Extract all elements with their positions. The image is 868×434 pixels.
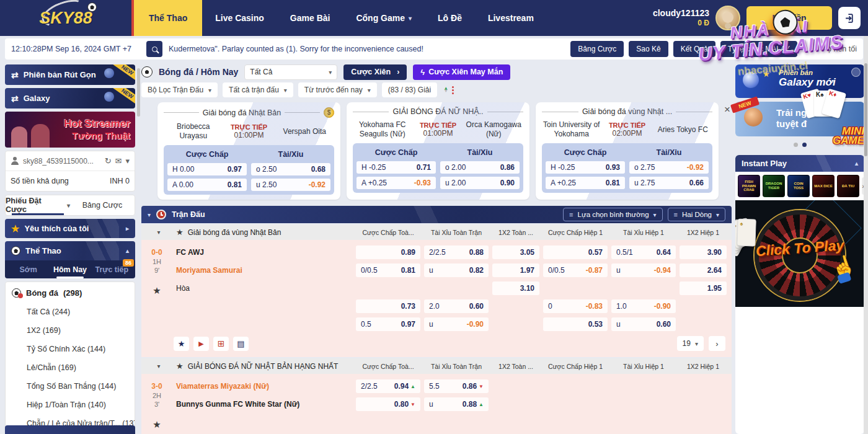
time-tab-1[interactable]: Hôm Nay [50, 264, 89, 276]
ticker-button-0[interactable]: Bảng Cược [570, 41, 624, 57]
sidebar-next-section-bar[interactable] [5, 425, 135, 434]
market-item-3[interactable]: Lẻ/Chẵn (169) [6, 358, 135, 377]
odds-cell[interactable]: 0.80▼ [356, 397, 420, 411]
sort-arrows-icon[interactable]: ▲▼ [443, 87, 448, 93]
odds-cell[interactable]: o 2.75-0.92 [629, 161, 709, 174]
odds-cell[interactable]: u0.88▲ [424, 397, 489, 411]
odds-cell[interactable]: 0.73 [356, 299, 420, 313]
market-item-1[interactable]: 1X2 (169) [6, 321, 135, 340]
league-select[interactable]: Tất Cả ▾ [244, 64, 337, 80]
version-button-1[interactable]: ⇄GalaxyNEW [5, 88, 135, 108]
odds-cell[interactable]: 0-0.83 [543, 299, 608, 313]
hot-streamer-banner[interactable]: Hot Streamer Tường Thuật [5, 112, 135, 148]
search-button[interactable] [146, 41, 162, 57]
filter-chip-1[interactable]: Tất cả trận đấu▾ [223, 82, 293, 97]
game-tile-4[interactable]: ĐẢ TIU [837, 175, 859, 197]
play-button[interactable]: ▶ [193, 337, 209, 351]
version-button-0[interactable]: ⇄Phiên bản Rút GọnNEW [5, 64, 135, 85]
nav-item-0[interactable]: Thể Thao [131, 0, 202, 36]
odds-cell[interactable]: 2.00.60 [424, 299, 489, 313]
bet-tab-0[interactable]: Phiếu Đặt Cược▾ [6, 195, 70, 215]
odds-cell[interactable]: u 2.750.66 [629, 177, 709, 189]
odds-cell[interactable]: u0.60 [611, 317, 676, 331]
game-tile-3[interactable]: MAX DICE [812, 175, 835, 197]
odds-cell[interactable]: A +0.25-0.93 [356, 177, 436, 189]
odds-cell[interactable]: 0.50.97 [356, 317, 420, 331]
nav-item-2[interactable]: Game Bài [277, 0, 343, 36]
odds-cell[interactable]: o 2.000.86 [440, 161, 520, 174]
league-header-0[interactable]: ▾★Giải bóng đá vùng Nhật BảnCược Chấp To… [141, 224, 732, 240]
odds-cell[interactable]: 0.53 [543, 317, 608, 331]
more-options-icon[interactable] [452, 86, 454, 94]
odds-cell[interactable]: 0/0.5-0.87 [543, 264, 608, 277]
odds-cell[interactable]: 2/2.50.94▲ [356, 379, 420, 393]
close-icon[interactable]: × [724, 104, 730, 116]
odds-cell[interactable]: 0.57 [543, 246, 608, 259]
odds-cell[interactable]: 3.90 [680, 246, 727, 259]
star-icon[interactable]: ★ [176, 228, 184, 237]
game-tile-0[interactable]: FISH PRAWN CRAB [738, 175, 760, 197]
carousel-dot[interactable] [794, 143, 798, 147]
ticker-button-3[interactable]: Tỷ lệ cược MALAY [720, 41, 797, 57]
page-scrollbar-thumb[interactable] [864, 63, 867, 156]
game-tile-2[interactable]: COIN TOSS [787, 175, 810, 197]
odds-cell[interactable]: 3.05 [492, 246, 539, 259]
roulette-promo[interactable]: ♠♥♦♣♠ Click To Play ☝ [735, 200, 864, 307]
instant-play-header[interactable]: Instant Play ▴ [735, 155, 864, 172]
time-tab-2[interactable]: Trực tiếp86 [92, 264, 131, 276]
username[interactable]: cloudy121123 [653, 8, 709, 19]
odds-cell[interactable]: 3.10 [492, 281, 539, 295]
list-button[interactable]: ▤ [233, 337, 249, 351]
experience-banner[interactable]: NEW Trải ng tuyệt đ K♥K♠K♦ MINI GAME [735, 102, 864, 136]
odds-cell[interactable]: H -0.250.71 [356, 161, 436, 174]
odds-cell[interactable]: 0/0.50.81 [356, 264, 420, 277]
odds-cell[interactable]: 0.89 [356, 246, 420, 259]
avatar[interactable] [715, 6, 740, 30]
dark-mode-label[interactable]: ộ nền tối [827, 45, 857, 53]
page-select[interactable]: 19▾ [677, 336, 704, 351]
parlay-button[interactable]: Cược Xiên › [343, 64, 407, 80]
odds-cell[interactable]: H -0.250.93 [546, 161, 625, 174]
odds-cell[interactable]: 1.0-0.90 [611, 299, 676, 313]
filter-chip-0[interactable]: Bộ Lọc Trận Đấu▾ [141, 82, 218, 97]
favorites-bar[interactable]: ★ Yêu thích của tôi ▸ [5, 219, 135, 238]
odds-cell[interactable]: u-0.94 [611, 264, 676, 277]
mail-icon[interactable]: ✉ [115, 156, 122, 166]
chevron-down-icon[interactable]: ▾ [125, 156, 130, 166]
page-scrollbar[interactable] [864, 36, 868, 434]
odds-cell[interactable]: A 0.000.81 [167, 179, 247, 191]
odds-cell[interactable]: u 2.50-0.92 [251, 179, 330, 191]
odds-cell[interactable]: o 2.500.68 [251, 163, 330, 175]
chevron-down-icon[interactable]: ▾ [145, 363, 172, 370]
mini-game-widget[interactable]: K♥K♠K♦ MINI GAME [804, 87, 866, 144]
sidebar-item-football[interactable]: Bóng đá (298) [6, 283, 135, 303]
sports-bar[interactable]: Thể Thao ▴ [5, 241, 135, 260]
rows-mode-select[interactable]: ≡ Hai Dòng ▾ [668, 208, 725, 221]
odds-cell[interactable]: 1.97 [492, 264, 539, 277]
odds-cell[interactable]: 2.64 [680, 264, 727, 277]
odds-cell[interactable]: 5.50.86▼ [424, 379, 489, 393]
star-icon[interactable]: ★ [176, 361, 184, 371]
next-page-button[interactable]: › [709, 336, 725, 351]
filter-chip-3[interactable]: (83 / 83) Giải [382, 82, 437, 97]
odds-cell[interactable]: u-0.90 [424, 317, 489, 331]
nav-item-3[interactable]: Cổng Game▾ [343, 0, 425, 36]
chevron-down-icon[interactable]: ▾ [145, 229, 172, 236]
nav-item-1[interactable]: Live Casino [202, 0, 277, 36]
star-button[interactable]: ★ [174, 337, 189, 351]
star-icon[interactable]: ★ [153, 419, 161, 430]
odds-cell[interactable]: A +0.250.81 [546, 177, 625, 189]
odds-cell[interactable]: H 0.000.97 [167, 163, 247, 175]
ticker-button-1[interactable]: Sao Kê [629, 41, 668, 57]
market-item-2[interactable]: Tỷ Số Chính Xác (144) [6, 340, 135, 358]
grid-button[interactable]: ⊞ [213, 337, 229, 351]
market-item-5[interactable]: Hiệp 1/Toàn Trận (140) [6, 396, 135, 414]
view-mode-select[interactable]: ≡ Lựa chọn bình thường ▾ [563, 208, 662, 221]
league-header-1[interactable]: ▾★GIẢI BÓNG ĐÁ NỮ NHẬT BẢN HẠNG NHẤTCược… [141, 358, 732, 374]
market-item-4[interactable]: Tổng Số Bàn Thắng (144) [6, 377, 135, 396]
odds-cell[interactable]: 1.95 [680, 281, 727, 295]
odds-cell[interactable]: 0.5/10.64 [611, 246, 676, 259]
nav-item-5[interactable]: Livestream [475, 0, 547, 36]
filter-chip-2[interactable]: Từ trước đến nay▾ [298, 82, 377, 97]
bet-tab-1[interactable]: Bảng Cược [70, 195, 135, 215]
